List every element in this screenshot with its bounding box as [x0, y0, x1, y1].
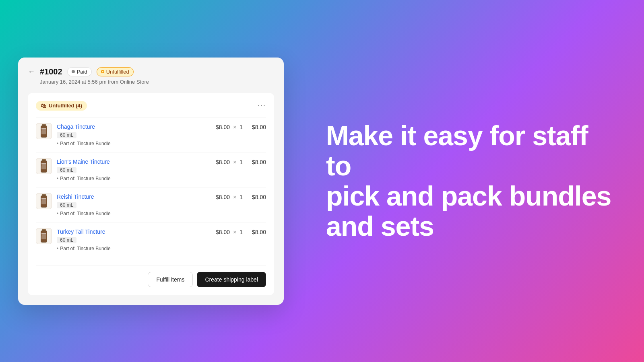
product-bundle: Part of: Tincture Bundle	[57, 246, 211, 251]
product-image	[36, 228, 52, 244]
quantity: 1	[239, 194, 243, 200]
product-variant: 60 mL	[57, 202, 76, 208]
total-price: $8.00	[246, 124, 266, 130]
product-pricing: $8.00 × 1 $8.00	[216, 193, 266, 200]
product-image	[36, 123, 52, 139]
product-image	[36, 158, 52, 174]
product-name-link[interactable]: Lion's Maine Tincture	[57, 158, 110, 165]
product-row: Reishi Tincture 60 mL Part of: Tincture …	[36, 187, 266, 222]
order-number: #1002	[40, 67, 62, 76]
svg-rect-14	[41, 200, 46, 204]
svg-rect-9	[41, 165, 46, 169]
unfulfilled-dot-icon	[101, 70, 104, 73]
quantity: 1	[239, 159, 243, 165]
left-panel: ← #1002 Paid Unfulfilled January 16, 202…	[0, 0, 302, 362]
unit-price: $8.00	[216, 229, 230, 235]
qty-separator: ×	[233, 229, 236, 235]
fulfill-items-button[interactable]: Fulfill items	[148, 272, 193, 287]
unfulfilled-header-badge: Unfulfilled	[97, 67, 134, 76]
right-panel: Make it easy for staff to pick and pack …	[302, 0, 644, 362]
product-name-link[interactable]: Reishi Tincture	[57, 193, 94, 200]
fulfillment-section: 🛍 Unfulfilled (4) ··· Chaga Tincture 60 …	[28, 93, 274, 295]
product-bundle: Part of: Tincture Bundle	[57, 141, 211, 146]
product-name-link[interactable]: Chaga Tincture	[57, 123, 95, 130]
product-row: Turkey Tail Tincture 60 mL Part of: Tinc…	[36, 222, 266, 257]
product-pricing: $8.00 × 1 $8.00	[216, 228, 266, 235]
order-meta: January 16, 2024 at 5:56 pm from Online …	[40, 79, 274, 85]
svg-rect-18	[41, 233, 46, 234]
hero-line1: Make it easy for staff to	[326, 120, 588, 181]
hero-heading: Make it easy for staff to pick and pack …	[326, 121, 620, 241]
qty-separator: ×	[233, 194, 236, 200]
svg-rect-19	[41, 235, 46, 239]
product-variant: 60 mL	[57, 237, 76, 243]
product-info: Lion's Maine Tincture 60 mL Part of: Tin…	[57, 158, 211, 181]
hero-text: Make it easy for staff to pick and pack …	[326, 121, 620, 241]
fulfillment-header: 🛍 Unfulfilled (4) ···	[36, 101, 266, 111]
product-info: Chaga Tincture 60 mL Part of: Tincture B…	[57, 123, 211, 146]
unit-price: $8.00	[216, 194, 230, 200]
unfulfilled-badge-icon: 🛍	[41, 103, 46, 109]
qty-separator: ×	[233, 159, 236, 165]
quantity: 1	[239, 229, 243, 235]
product-bundle: Part of: Tincture Bundle	[57, 176, 211, 181]
unfulfilled-count-label: Unfulfilled (4)	[49, 103, 82, 109]
product-info: Turkey Tail Tincture 60 mL Part of: Tinc…	[57, 228, 211, 251]
create-shipping-label-button[interactable]: Create shipping label	[197, 272, 266, 287]
hero-line2: pick and pack bundles	[326, 181, 611, 211]
svg-rect-3	[41, 128, 46, 130]
product-pricing: $8.00 × 1 $8.00	[216, 158, 266, 165]
qty-separator: ×	[233, 124, 236, 130]
hero-line3: and sets	[326, 211, 434, 241]
paid-badge: Paid	[67, 67, 92, 76]
product-info: Reishi Tincture 60 mL Part of: Tincture …	[57, 193, 211, 216]
svg-rect-13	[41, 198, 46, 200]
unit-price: $8.00	[216, 159, 230, 165]
svg-rect-8	[41, 163, 46, 165]
product-name-link[interactable]: Turkey Tail Tincture	[57, 228, 105, 235]
more-options-button[interactable]: ···	[258, 101, 266, 110]
total-price: $8.00	[246, 194, 266, 200]
unfulfilled-count-badge: 🛍 Unfulfilled (4)	[36, 101, 87, 111]
order-card: ← #1002 Paid Unfulfilled January 16, 202…	[18, 58, 284, 305]
product-row: Chaga Tincture 60 mL Part of: Tincture B…	[36, 117, 266, 152]
svg-rect-4	[41, 130, 46, 134]
product-variant: 60 mL	[57, 132, 76, 138]
total-price: $8.00	[246, 229, 266, 235]
order-header: ← #1002 Paid Unfulfilled	[28, 67, 274, 76]
back-button[interactable]: ←	[28, 68, 35, 76]
product-variant: 60 mL	[57, 167, 76, 173]
total-price: $8.00	[246, 159, 266, 165]
product-list: Chaga Tincture 60 mL Part of: Tincture B…	[36, 117, 266, 257]
action-buttons: Fulfill items Create shipping label	[36, 265, 266, 287]
quantity: 1	[239, 124, 243, 130]
product-pricing: $8.00 × 1 $8.00	[216, 123, 266, 130]
product-image	[36, 193, 52, 209]
unit-price: $8.00	[216, 124, 230, 130]
unfulfilled-header-label: Unfulfilled	[106, 69, 129, 75]
product-row: Lion's Maine Tincture 60 mL Part of: Tin…	[36, 152, 266, 187]
product-bundle: Part of: Tincture Bundle	[57, 211, 211, 216]
